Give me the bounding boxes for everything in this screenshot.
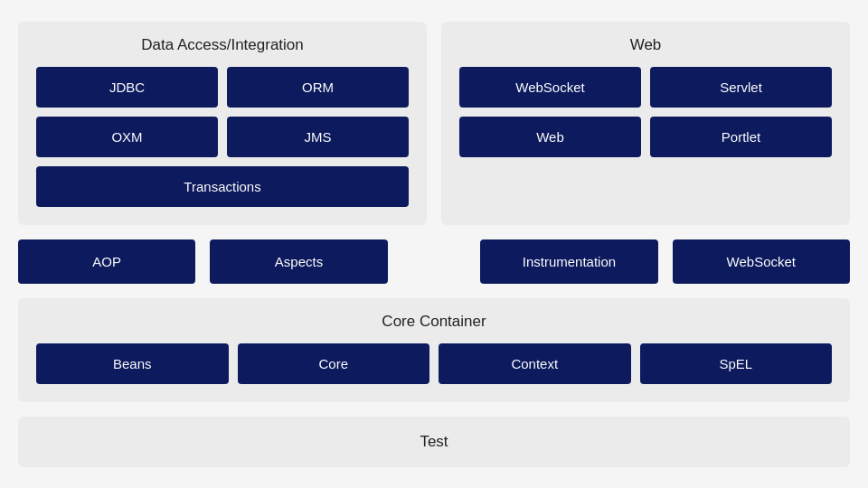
portlet-button: Portlet	[650, 117, 832, 157]
transactions-button: Transactions	[36, 166, 409, 207]
web-grid: WebSocket Servlet Web Portlet	[459, 67, 832, 157]
web-panel: Web WebSocket Servlet Web Portlet	[441, 22, 850, 225]
data-access-panel: Data Access/Integration JDBC ORM OXM JMS…	[18, 22, 427, 225]
test-title: Test	[36, 433, 832, 451]
core-grid: Beans Core Context SpEL	[36, 343, 832, 384]
core-button: Core	[238, 343, 430, 384]
jms-button: JMS	[227, 117, 409, 157]
beans-button: Beans	[36, 343, 229, 384]
core-container-title: Core Container	[36, 313, 832, 331]
web-button: Web	[459, 117, 641, 157]
test-panel: Test	[18, 417, 850, 467]
oxm-button: OXM	[36, 117, 218, 157]
core-container-panel: Core Container Beans Core Context SpEL	[18, 298, 850, 402]
instrumentation-button: Instrumentation	[480, 239, 657, 284]
orm-button: ORM	[227, 67, 409, 108]
websocket2-button: WebSocket	[673, 239, 850, 284]
spring-architecture-diagram: Data Access/Integration JDBC ORM OXM JMS…	[18, 22, 850, 467]
middle-row: AOP Aspects Instrumentation WebSocket	[18, 239, 850, 284]
data-access-grid: JDBC ORM OXM JMS Transactions	[36, 67, 409, 207]
spel-button: SpEL	[640, 343, 833, 384]
servlet-button: Servlet	[650, 67, 832, 108]
web-title: Web	[459, 36, 832, 54]
jdbc-button: JDBC	[36, 67, 218, 108]
data-access-title: Data Access/Integration	[36, 36, 409, 54]
context-button: Context	[439, 343, 631, 384]
aspects-button: Aspects	[210, 239, 387, 284]
top-row: Data Access/Integration JDBC ORM OXM JMS…	[18, 22, 850, 225]
websocket-button: WebSocket	[459, 67, 641, 108]
aop-button: AOP	[18, 239, 195, 284]
